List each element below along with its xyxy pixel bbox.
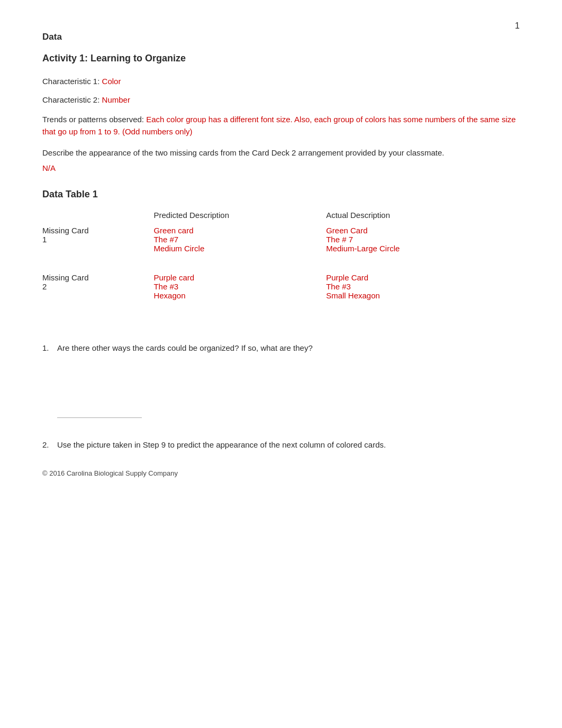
characteristic2-label: Characteristic 2: (42, 95, 102, 104)
characteristic1-label: Characteristic 1: (42, 77, 102, 86)
predicted-2-line1: Purple card (153, 273, 194, 282)
col-header-predicted: Predicted Description (148, 211, 321, 222)
trends-label: Trends or patterns observed: (42, 115, 146, 124)
data-table-heading: Data Table 1 (42, 189, 520, 200)
question-1-text: Are there other ways the cards could be … (57, 342, 520, 354)
predicted-2: Purple card The #3 Hexagon (148, 269, 321, 316)
footer: © 2016 Carolina Biological Supply Compan… (42, 469, 178, 477)
describe-label: Describe the appearance of the two missi… (42, 148, 445, 157)
missing-card-2-label: Missing Card 2 (42, 269, 148, 316)
describe-answer: N/A (42, 162, 520, 175)
predicted-2-line2: The #3 (153, 282, 178, 291)
predicted-2-line3: Hexagon (153, 291, 185, 300)
characteristic1-value: Color (102, 77, 121, 86)
page-number: 1 (515, 21, 520, 31)
actual-1: Green Card The # 7 Medium-Large Circle (321, 222, 520, 269)
section-heading: Data (42, 32, 520, 42)
actual-1-line2: The # 7 (326, 235, 353, 244)
question-2-text: Use the picture taken in Step 9 to predi… (57, 439, 520, 451)
question-1-number: 1. (42, 342, 57, 354)
describe-row: Describe the appearance of the two missi… (42, 147, 520, 159)
question-1: 1. Are there other ways the cards could … (42, 342, 520, 354)
question-2: 2. Use the picture taken in Step 9 to pr… (42, 439, 520, 451)
characteristic2-value: Number (102, 95, 130, 104)
page-container: 1 Data Activity 1: Learning to Organize … (0, 0, 562, 498)
answer-line-1 (57, 407, 142, 418)
col-header-actual: Actual Description (321, 211, 520, 222)
table-row-1: Missing Card 1 Green card The #7 Medium … (42, 222, 520, 269)
trends-row: Trends or patterns observed: Each color … (42, 114, 520, 138)
predicted-1: Green card The #7 Medium Circle (148, 222, 321, 269)
col-header-missing (42, 211, 148, 222)
actual-2: Purple Card The #3 Small Hexagon (321, 269, 520, 316)
activity-heading: Activity 1: Learning to Organize (42, 53, 520, 64)
missing-card-1-label: Missing Card 1 (42, 222, 148, 269)
table-header-row: Predicted Description Actual Description (42, 211, 520, 222)
predicted-1-line2: The #7 (153, 235, 178, 244)
actual-2-line1: Purple Card (326, 273, 368, 282)
table-row-2: Missing Card 2 Purple card The #3 Hexago… (42, 269, 520, 316)
question-2-number: 2. (42, 439, 57, 451)
actual-2-line3: Small Hexagon (326, 291, 380, 300)
actual-1-line3: Medium-Large Circle (326, 244, 400, 253)
actual-2-line2: The #3 (326, 282, 351, 291)
predicted-1-line3: Medium Circle (153, 244, 204, 253)
data-table: Predicted Description Actual Description… (42, 211, 520, 316)
questions-section: 1. Are there other ways the cards could … (42, 342, 520, 451)
actual-1-line1: Green Card (326, 226, 367, 235)
data-table-section: Data Table 1 Predicted Description Actua… (42, 189, 520, 316)
describe-value: N/A (42, 163, 56, 172)
predicted-1-line1: Green card (153, 226, 193, 235)
characteristic2-row: Characteristic 2: Number (42, 95, 520, 104)
characteristic1-row: Characteristic 1: Color (42, 77, 520, 86)
